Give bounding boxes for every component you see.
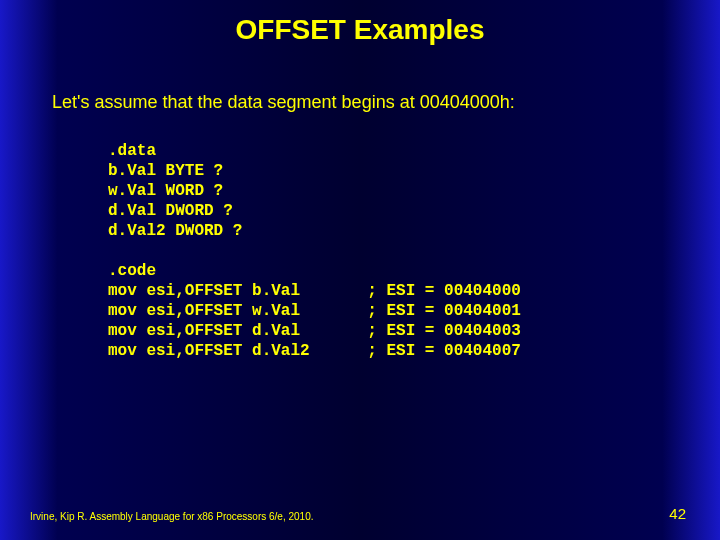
slide-title: OFFSET Examples: [0, 0, 720, 46]
slide: OFFSET Examples Let's assume that the da…: [0, 0, 720, 540]
page-number: 42: [669, 505, 686, 522]
code-block: .data b.Val BYTE ? w.Val WORD ? d.Val DW…: [108, 141, 720, 361]
intro-text: Let's assume that the data segment begin…: [52, 92, 720, 113]
footer-citation: Irvine, Kip R. Assembly Language for x86…: [30, 511, 314, 522]
